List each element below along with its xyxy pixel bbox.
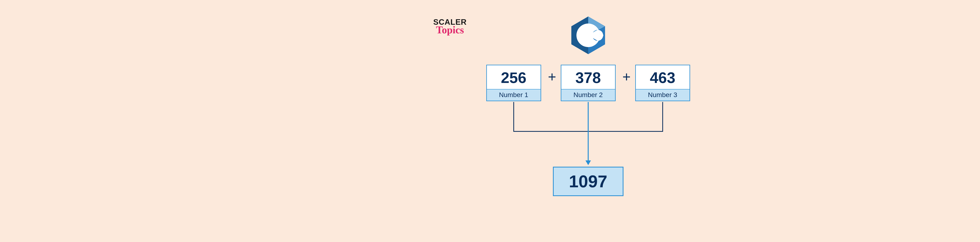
number-2-label: Number 2 (562, 89, 615, 100)
number-3-value: 463 (636, 65, 689, 89)
result-box: 1097 (553, 167, 624, 196)
number-3-label: Number 3 (636, 89, 689, 100)
plus-operator-1: + (548, 68, 556, 85)
result-value: 1097 (569, 171, 608, 191)
logo-text-topics: Topics (436, 24, 464, 36)
number-1-value: 256 (487, 65, 541, 89)
number-2-value: 378 (562, 65, 615, 89)
svg-rect-4 (594, 35, 598, 36)
number-box-2: 378 Number 2 (561, 65, 616, 101)
cpp-logo-icon (571, 16, 606, 55)
number-box-3: 463 Number 3 (635, 65, 690, 101)
scaler-topics-logo: SCALER Topics (433, 18, 467, 36)
svg-rect-6 (598, 35, 603, 36)
number-1-label: Number 1 (487, 89, 541, 100)
plus-operator-2: + (622, 68, 631, 85)
diagram-container: SCALER Topics 256 Number 1 + 378 Number … (412, 0, 765, 242)
arrow-down-icon (585, 161, 591, 165)
number-box-1: 256 Number 1 (486, 65, 541, 101)
connector-lines-icon (486, 102, 690, 169)
